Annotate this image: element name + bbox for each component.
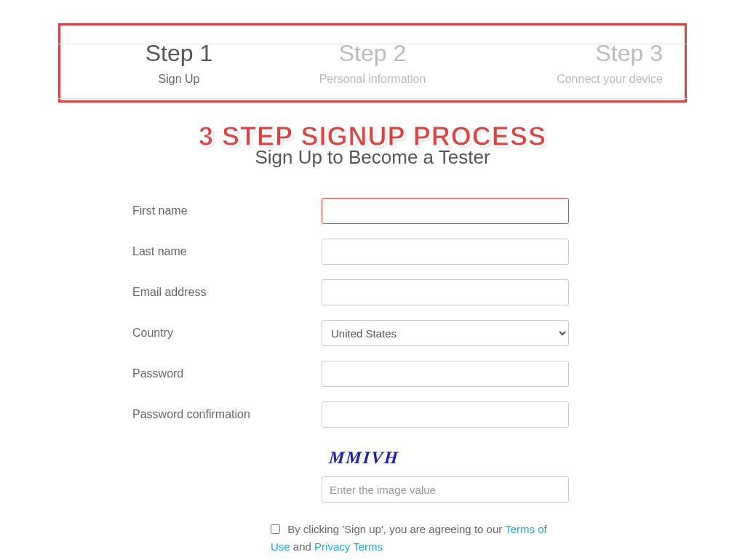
first-name-row: First name [132, 198, 634, 224]
privacy-terms-link[interactable]: Privacy Terms [314, 540, 383, 553]
terms-checkbox[interactable] [271, 524, 280, 534]
step-3: Step 3 Connect your device [469, 40, 663, 86]
email-label: Email address [132, 286, 322, 299]
step-1-subtitle: Sign Up [82, 73, 276, 86]
password-confirm-input[interactable] [322, 401, 569, 428]
step-2-title: Step 2 [276, 40, 469, 67]
captcha-input[interactable] [322, 476, 569, 503]
password-row: Password [132, 361, 634, 387]
password-label: Password [132, 367, 322, 380]
step-1: Step 1 Sign Up [82, 40, 276, 86]
step-3-subtitle: Connect your device [469, 73, 663, 86]
signup-form: First name Last name Email address Count… [111, 198, 634, 560]
terms-section: By clicking 'Sign up', you are agreeing … [271, 521, 562, 556]
steps-box: Step 1 Sign Up Step 2 Personal informati… [58, 23, 687, 103]
password-confirm-row: Password confirmation [132, 401, 634, 428]
email-row: Email address [132, 279, 634, 305]
first-name-label: First name [132, 204, 322, 217]
step-2-subtitle: Personal information [276, 73, 469, 86]
terms-text-prefix: By clicking 'Sign up', you are agreeing … [287, 523, 505, 535]
steps-progress: Step 1 Sign Up Step 2 Personal informati… [58, 23, 687, 103]
form-heading: Sign Up to Become a Tester [0, 146, 745, 169]
terms-text-connector: and [290, 540, 314, 553]
step-1-title: Step 1 [82, 40, 276, 67]
first-name-input[interactable] [322, 198, 569, 224]
country-label: Country [132, 327, 322, 340]
captcha-image: MMIVH [320, 442, 570, 476]
password-input[interactable] [322, 361, 569, 387]
captcha-section: MMIVH [322, 442, 569, 503]
step-3-title: Step 3 [469, 40, 663, 67]
last-name-input[interactable] [322, 239, 569, 265]
last-name-label: Last name [132, 245, 322, 258]
email-input[interactable] [322, 279, 569, 305]
country-row: Country United States [132, 320, 634, 346]
step-2: Step 2 Personal information [276, 40, 469, 86]
password-confirm-label: Password confirmation [132, 408, 322, 421]
country-select[interactable]: United States [322, 320, 569, 346]
last-name-row: Last name [132, 239, 634, 265]
